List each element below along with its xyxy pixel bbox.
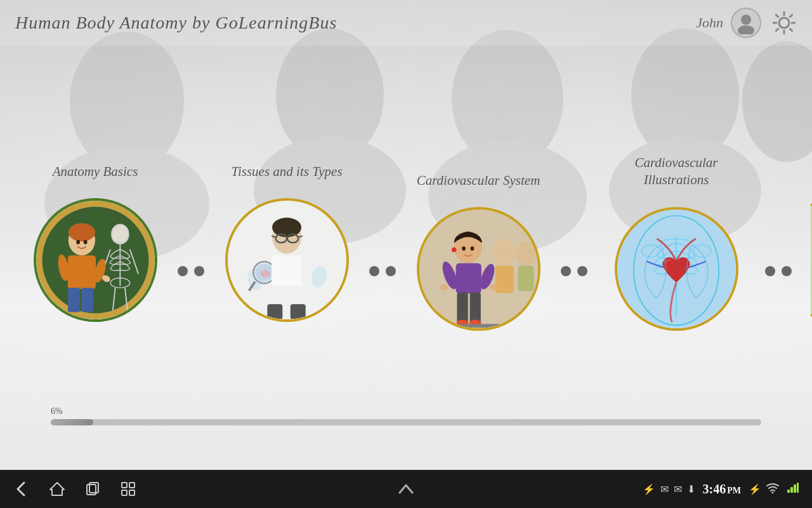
svg-rect-70: [457, 293, 468, 323]
svg-point-10: [738, 25, 754, 34]
svg-point-9: [741, 15, 751, 25]
svg-marker-90: [50, 483, 64, 495]
status-time: 3:46PM: [703, 482, 741, 497]
download-icon: ⬇: [687, 483, 695, 495]
progress-track: [51, 419, 761, 425]
back-button[interactable]: [13, 480, 30, 498]
nav-buttons: [13, 480, 137, 498]
username-label: John: [696, 15, 723, 31]
course-circle-1[interactable]: [34, 198, 157, 322]
svg-rect-63: [518, 265, 534, 291]
svg-point-76: [451, 248, 456, 253]
grid-icon: [119, 480, 137, 498]
header: Human Body Anatomy by GoLearningBus John: [0, 0, 812, 46]
header-right: John: [696, 8, 799, 38]
svg-point-75: [470, 246, 474, 251]
svg-rect-36: [81, 288, 93, 312]
svg-point-30: [68, 224, 95, 242]
course-item-tissues[interactable]: Tissues and its Types: [223, 163, 350, 322]
svg-rect-101: [797, 483, 799, 493]
progress-fill: [51, 419, 93, 425]
course-item-cardiovascular[interactable]: Cardiovascular System: [415, 154, 542, 331]
svg-rect-100: [794, 485, 796, 493]
usb-icon: ⚡: [643, 483, 655, 495]
cardiovascular-illustrations-image: [617, 210, 736, 328]
svg-rect-98: [787, 490, 790, 493]
svg-point-74: [462, 246, 466, 251]
course-circle-2[interactable]: [225, 198, 349, 322]
settings-button[interactable]: [769, 8, 799, 38]
dots-3-4: [561, 266, 587, 276]
dots-2-3: [369, 266, 396, 276]
recent-apps-icon: [84, 480, 102, 498]
svg-point-62: [516, 241, 535, 265]
svg-point-60: [493, 239, 515, 265]
home-button[interactable]: [48, 480, 66, 498]
dot: [386, 266, 396, 276]
progress-label: 6%: [51, 406, 761, 417]
course-carousel: Anatomy Basics: [0, 128, 812, 357]
course-circle-3[interactable]: [417, 207, 540, 331]
email-icon-1: ✉: [660, 483, 669, 495]
bluetooth-icon: ⚡: [749, 483, 761, 495]
app-title: Human Body Anatomy by GoLearningBus: [15, 13, 337, 33]
svg-point-69: [489, 284, 497, 291]
svg-line-19: [776, 29, 779, 32]
dot: [369, 266, 379, 276]
android-status-bar: ⚡ ✉ ✉ ⬇ 3:46PM ⚡: [0, 470, 812, 508]
svg-rect-77: [447, 324, 501, 328]
gear-icon: [771, 10, 797, 36]
time-suffix: PM: [727, 486, 741, 495]
svg-point-11: [779, 18, 789, 28]
course-title-1: Anatomy Basics: [32, 163, 159, 180]
dot: [178, 266, 188, 276]
svg-rect-35: [67, 288, 79, 312]
signal-icon: [787, 482, 799, 497]
svg-point-53: [260, 270, 270, 277]
back-icon: [13, 480, 30, 498]
carousel-inner: Anatomy Basics: [0, 154, 812, 331]
svg-rect-96: [129, 490, 134, 495]
dots-1-2: [178, 266, 204, 276]
dot: [194, 266, 204, 276]
time-value: 3:46: [703, 482, 726, 496]
dot: [561, 266, 571, 276]
course-item-cardiovascular-illustrations[interactable]: Cardiovascular Illustrations: [606, 154, 746, 331]
tissues-image: [228, 201, 346, 319]
avatar-button[interactable]: [731, 8, 761, 38]
course-circle-4[interactable]: [615, 207, 738, 331]
svg-point-38: [83, 240, 87, 244]
svg-rect-99: [790, 487, 793, 493]
home-icon: [48, 480, 66, 498]
cardiovascular-image: [419, 210, 538, 328]
svg-rect-94: [129, 483, 134, 488]
grid-button[interactable]: [119, 480, 137, 498]
course-item-anatomy-basics[interactable]: Anatomy Basics: [32, 163, 159, 322]
dot: [577, 266, 587, 276]
course-title-4: Cardiovascular Illustrations: [606, 154, 746, 189]
svg-rect-56: [267, 304, 282, 319]
svg-rect-55: [272, 255, 302, 286]
up-button[interactable]: [397, 480, 415, 498]
svg-line-16: [776, 15, 779, 18]
svg-point-37: [76, 240, 80, 244]
dots-4-5: [765, 266, 792, 276]
course-title-2: Tissues and its Types: [223, 163, 350, 180]
svg-rect-95: [122, 490, 127, 495]
svg-rect-31: [67, 255, 95, 289]
user-icon: [735, 11, 757, 34]
svg-point-45: [272, 218, 301, 237]
svg-rect-93: [122, 483, 127, 488]
anatomy-basics-image: [36, 201, 155, 319]
email-icon-2: ✉: [674, 483, 682, 495]
recent-apps-button[interactable]: [84, 480, 102, 498]
main-content: Anatomy Basics: [0, 46, 812, 470]
svg-line-17: [790, 29, 793, 32]
status-right: ⚡ ✉ ✉ ⬇ 3:46PM ⚡: [643, 482, 799, 497]
svg-rect-71: [469, 293, 480, 323]
dot: [782, 266, 792, 276]
svg-line-18: [790, 15, 793, 18]
course-title-3: Cardiovascular System: [415, 172, 542, 189]
dot: [765, 266, 775, 276]
wifi-icon: [766, 482, 779, 497]
